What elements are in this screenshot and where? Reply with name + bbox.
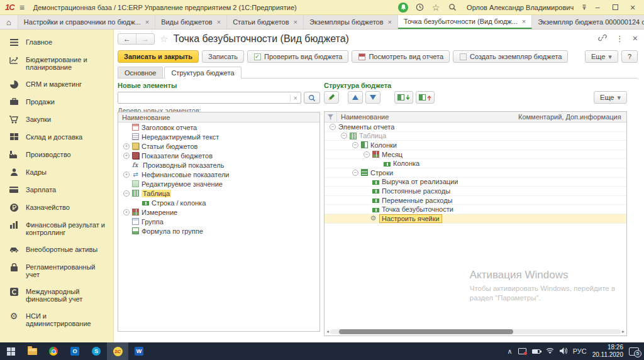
table-row[interactable]: −Таблица — [325, 132, 626, 141]
column-header[interactable]: Наименование — [118, 112, 319, 123]
chrome-button[interactable] — [43, 342, 64, 360]
list-item[interactable]: Формула по группе — [118, 226, 319, 236]
table-row[interactable]: Выручка от реализации — [325, 178, 626, 187]
get-link-icon[interactable] — [598, 33, 607, 43]
tab-budget-structure[interactable]: Структура бюджета — [164, 67, 241, 79]
close-icon[interactable]: × — [217, 18, 221, 26]
list-item[interactable]: +Статьи бюджетов — [118, 141, 319, 151]
expand-icon[interactable]: + — [123, 172, 130, 178]
move-into-group-button[interactable] — [394, 91, 413, 104]
structure-more-button[interactable]: Еще▾ — [594, 91, 627, 104]
check-budget-kind-button[interactable]: ✓Проверить вид бюджета — [247, 50, 348, 63]
collapse-icon[interactable]: − — [352, 170, 358, 176]
filter-icon[interactable] — [325, 112, 337, 122]
more-menu-dots-icon[interactable]: ⋮ — [616, 34, 624, 43]
file-explorer-button[interactable] — [21, 342, 43, 360]
sidebar-item-purchases[interactable]: Закупки — [0, 111, 113, 128]
wifi-icon[interactable] — [546, 347, 554, 355]
list-item[interactable]: Нередактируемый текст — [118, 132, 319, 141]
minimize-button[interactable]: – — [591, 3, 604, 12]
sidebar-item-hr[interactable]: Кадры — [0, 163, 113, 181]
move-out-of-group-button[interactable] — [416, 91, 435, 104]
tab-budget-articles[interactable]: Статьи бюджетов× — [227, 15, 304, 29]
back-icon[interactable]: ← — [118, 34, 136, 44]
tab-budget-settings[interactable]: Настройки и справочники по бюдж...× — [18, 15, 155, 29]
collapse-icon[interactable]: − — [352, 142, 358, 148]
list-item[interactable]: Строка / колонка — [118, 198, 319, 207]
list-item[interactable]: +Измерение — [118, 207, 319, 217]
list-item[interactable]: +⇄Нефинансовые показатели — [118, 170, 319, 179]
save-button[interactable]: Записать — [202, 50, 244, 63]
tab-budget-kinds[interactable]: Виды бюджетов× — [155, 15, 227, 29]
scroll-left-icon[interactable]: ◂ — [326, 329, 329, 334]
sidebar-item-treasury[interactable]: Казначейство — [0, 199, 113, 216]
skype-button[interactable]: S — [86, 342, 107, 360]
clock[interactable]: 18:2620.11.2020 — [592, 344, 623, 359]
search-icon[interactable] — [447, 2, 458, 13]
service-menu-icon[interactable]: ≡▾ — [582, 5, 586, 10]
close-icon[interactable]: × — [294, 18, 297, 26]
scrollbar-track[interactable] — [330, 329, 621, 334]
keyboard-language[interactable]: РУС — [573, 347, 587, 355]
sidebar-item-regulated[interactable]: Регламентированный учет — [0, 258, 113, 283]
table-row[interactable]: Точка безубыточности — [325, 205, 626, 214]
column-comment-header[interactable]: Комментарий, Доп.информация — [518, 113, 626, 121]
sidebar-item-warehouse[interactable]: Склад и доставка — [0, 128, 113, 146]
collapse-icon[interactable]: − — [330, 124, 336, 130]
tab-budget-instances[interactable]: Экземпляры бюджетов× — [304, 15, 398, 29]
list-item[interactable]: Группа — [118, 217, 319, 226]
table-row[interactable]: Постоянные расходы — [325, 187, 626, 196]
outlook-button[interactable]: O — [64, 342, 86, 360]
edit-button[interactable] — [324, 91, 339, 104]
main-menu-icon[interactable]: ≡ — [19, 3, 25, 13]
table-row[interactable]: −Колонки — [325, 141, 626, 150]
start-button[interactable] — [0, 342, 21, 360]
run-search-button[interactable] — [304, 92, 320, 104]
scroll-right-icon[interactable]: ▸ — [622, 329, 625, 334]
column-name-header[interactable]: Наименование — [337, 113, 518, 121]
list-item[interactable]: −Таблица — [118, 188, 319, 198]
table-row[interactable]: Колонка — [325, 159, 626, 168]
sidebar-item-ifrs[interactable]: Международный финансовый учет — [0, 283, 113, 307]
view-report-kind-button[interactable]: Посмотреть вид отчета — [352, 50, 450, 63]
close-window-button[interactable]: × — [626, 3, 639, 13]
sidebar-item-finresult[interactable]: Финансовый результат и контроллинг — [0, 216, 113, 241]
more-actions-button[interactable]: Еще▾ — [585, 50, 618, 63]
save-close-button[interactable]: Записать и закрыть — [118, 50, 199, 63]
close-icon[interactable]: × — [522, 18, 526, 25]
clear-search-icon[interactable]: × — [290, 94, 301, 102]
expand-icon[interactable]: + — [123, 153, 130, 159]
sidebar-item-assets[interactable]: Внеоборотные активы — [0, 241, 113, 258]
sidebar-item-crm[interactable]: CRM и маркетинг — [0, 75, 113, 93]
table-row-selected[interactable]: ⚙Настроить ячейки — [325, 214, 626, 224]
close-form-button[interactable]: × — [633, 33, 638, 43]
tab-breakeven-point[interactable]: Точка безубыточности (Вид бюдж...× — [398, 15, 532, 29]
horizontal-scrollbar[interactable]: ◂ ▸ — [326, 329, 625, 334]
favorites-star-icon[interactable]: ☆ — [430, 2, 441, 13]
forward-icon[interactable]: → — [136, 34, 154, 44]
tab-main[interactable]: Основное — [118, 67, 163, 78]
word-button[interactable]: W — [128, 342, 150, 360]
move-up-button[interactable] — [348, 91, 363, 104]
sidebar-item-sales[interactable]: Продажи — [0, 93, 113, 111]
close-icon[interactable]: × — [388, 18, 392, 26]
history-icon[interactable] — [414, 2, 425, 13]
create-budget-instance-button[interactable]: Создать экземпляр бюджета — [453, 50, 568, 63]
battery-icon[interactable] — [532, 349, 540, 354]
scrollbar-thumb[interactable] — [339, 329, 513, 334]
move-down-button[interactable] — [365, 91, 380, 104]
sidebar-item-salary[interactable]: Зарплата — [0, 181, 113, 199]
screen-share-icon[interactable] — [518, 348, 526, 354]
tray-expand-icon[interactable]: ∧ — [508, 347, 513, 356]
table-row[interactable]: Переменные расходы — [325, 196, 626, 205]
collapse-icon[interactable]: − — [364, 151, 370, 158]
sidebar-item-production[interactable]: Производство — [0, 146, 113, 163]
tab-budget-instance-124[interactable]: Экземпляр бюджета 000000124 о...× — [532, 15, 644, 29]
expand-icon[interactable]: + — [123, 143, 130, 150]
action-center-icon[interactable]: 5 — [629, 347, 639, 356]
collapse-icon[interactable]: − — [341, 133, 347, 139]
sidebar-item-main[interactable]: Главное — [0, 33, 113, 51]
sidebar-item-budgeting[interactable]: Бюджетирование и планирование — [0, 51, 113, 75]
1c-app-button[interactable]: 1С — [107, 342, 128, 360]
expand-icon[interactable]: + — [123, 209, 130, 215]
